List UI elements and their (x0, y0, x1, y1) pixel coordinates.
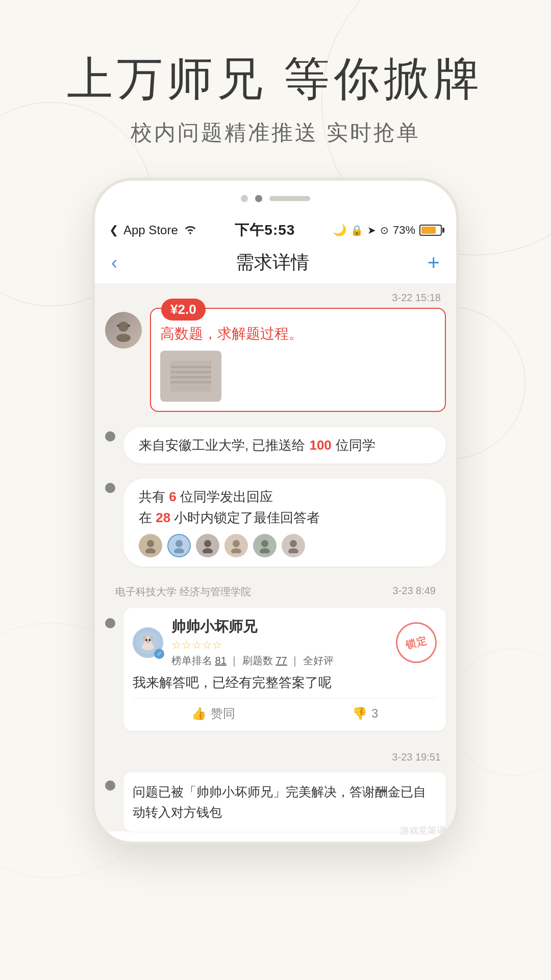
respondent-avatar-5 (253, 534, 277, 557)
respondent-avatar-6 (282, 534, 305, 557)
svg-rect-7 (170, 376, 211, 378)
respondent-avatars (139, 534, 305, 557)
hero-section: 上万师兄 等你掀牌 校内问题精准推送 实时抢单 (0, 0, 551, 147)
back-button[interactable]: ‹ (111, 252, 117, 274)
rank-label: 榜单排名 (171, 655, 212, 666)
final-message-text: 问题已被「帅帅小坏师兄」完美解决，答谢酬金已自动转入对方钱包 (133, 785, 426, 819)
respondent-avatar-1 (139, 534, 162, 557)
svg-point-3 (116, 334, 131, 342)
svg-point-11 (176, 540, 183, 547)
info-pill-2: 共有 6 位同学发出回应 在 28 小时内锁定了最佳回答者 (123, 479, 446, 567)
responder-info: 帅帅小坏师兄 ☆☆☆☆☆ 榜单排名 81 ｜ 刷题数 77 ｜ (171, 617, 388, 668)
timeline-dot-1 (105, 431, 115, 442)
wifi-icon (183, 223, 197, 237)
response-actions: 👍 赞同 👎 3 (133, 698, 437, 722)
review-label: 全好评 (303, 655, 334, 666)
svg-point-19 (290, 540, 297, 547)
pagination-bar (269, 196, 310, 201)
info-text-2c: 在 (139, 510, 152, 525)
lock-stamp-label: 锁定 (404, 633, 429, 652)
svg-point-14 (203, 548, 213, 553)
page-title: 需求详情 (236, 250, 309, 275)
svg-point-20 (288, 548, 298, 553)
content-area: 3-22 15:18 (95, 284, 456, 831)
question-timestamp: 3-22 15:18 (105, 284, 446, 308)
response-section: ♂ 帅帅小坏师兄 ☆☆☆☆☆ 榜单排名 81 ｜ 刷题数 (105, 603, 446, 736)
quiz-label: 刷题数 (242, 655, 273, 666)
watermark: 游戏党策谱 (400, 824, 446, 837)
battery-fill (421, 227, 436, 234)
svg-rect-5 (170, 366, 211, 368)
info-highlight-28: 28 (156, 510, 170, 525)
info-pill-1: 来自安徽工业大学, 已推送给 100 位同学 (123, 427, 446, 463)
timeline-content-1: 来自安徽工业大学, 已推送给 100 位同学 (123, 422, 446, 469)
status-left: ❮ App Store (109, 223, 197, 237)
svg-rect-6 (170, 371, 211, 373)
rank-number: 81 (215, 655, 227, 666)
price-badge: ¥2.0 (161, 299, 206, 321)
response-text: 我来解答吧，已经有完整答案了呢 (133, 673, 437, 693)
svg-point-28 (146, 641, 149, 643)
info-line-1: 共有 6 位同学发出回应 (139, 488, 273, 506)
phone-frame: ❮ App Store 下午5:53 🌙 🔒 ➤ ⊙ 73% (92, 178, 459, 845)
hero-subtitle: 校内问题精准推送 实时抢单 (0, 118, 551, 147)
app-store-label: App Store (123, 223, 178, 237)
info-text-1a: 来自安徽工业大学, 已推送给 (139, 436, 305, 454)
question-section: ¥2.0 高数题，求解题过程。 (105, 308, 446, 412)
svg-rect-8 (170, 381, 211, 383)
response-meta: 电子科技大学 经济与管理学院 3-23 8:49 (105, 577, 446, 603)
response-header: ♂ 帅帅小坏师兄 ☆☆☆☆☆ 榜单排名 81 ｜ 刷题数 (133, 617, 437, 668)
info-text-2a: 共有 (139, 489, 165, 504)
svg-point-13 (204, 540, 211, 547)
moon-icon: 🌙 (333, 224, 346, 237)
responder-name: 帅帅小坏师兄 (171, 617, 388, 636)
svg-point-12 (174, 548, 184, 553)
info-section-1: 来自安徽工业大学, 已推送给 100 位同学 (105, 422, 446, 469)
pagination-dot-2 (255, 195, 262, 202)
final-timestamp: 3-23 19:51 (105, 743, 446, 767)
like-label: 赞同 (211, 705, 235, 722)
respondent-avatar-2 (167, 534, 191, 557)
person-icon (112, 318, 135, 342)
response-card: ♂ 帅帅小坏师兄 ☆☆☆☆☆ 榜单排名 81 ｜ 刷题数 (123, 608, 446, 731)
gender-badge: ♂ (154, 649, 164, 659)
svg-point-16 (231, 548, 241, 553)
battery-icon (419, 225, 442, 236)
svg-point-10 (145, 548, 156, 553)
like-button[interactable]: 👍 赞同 (191, 705, 235, 722)
question-card: ¥2.0 高数题，求解题过程。 (150, 308, 446, 412)
dislike-icon: 👎 (352, 706, 367, 721)
navigation-bar: ‹ 需求详情 + (95, 245, 456, 284)
add-button[interactable]: + (427, 251, 440, 275)
respondent-avatar-3 (196, 534, 219, 557)
svg-point-25 (142, 643, 154, 650)
info-highlight-100: 100 (309, 437, 331, 453)
info-text-1b: 位同学 (336, 436, 375, 454)
camera-icon: ⊙ (380, 224, 389, 236)
stat-separator-2: ｜ (290, 655, 303, 666)
final-message-section: 问题已被「帅帅小坏师兄」完美解决，答谢酬金已自动转入对方钱包 (105, 772, 446, 831)
timeline-dot-3 (105, 618, 115, 628)
pagination-dot-1 (241, 195, 248, 202)
school-info: 电子科技大学 经济与管理学院 (110, 581, 256, 601)
phone-mockup: ❮ App Store 下午5:53 🌙 🔒 ➤ ⊙ 73% (0, 178, 551, 845)
status-right: 🌙 🔒 ➤ ⊙ 73% (333, 224, 442, 237)
quiz-number: 77 (276, 655, 287, 666)
lock-icon: 🔒 (350, 224, 363, 236)
respondent-avatar-4 (224, 534, 248, 557)
pagination-indicator (95, 181, 456, 212)
questioner-avatar (105, 312, 142, 349)
timeline-dot-2 (105, 483, 115, 493)
lock-stamp: 锁定 (391, 618, 441, 668)
question-text: 高数题，求解题过程。 (160, 324, 436, 344)
responder-stars: ☆☆☆☆☆ (171, 639, 388, 652)
svg-point-18 (260, 548, 270, 553)
battery-percent: 73% (393, 224, 415, 237)
info-line-2: 在 28 小时内锁定了最佳回答者 (139, 509, 320, 527)
phone-screen: ❮ App Store 下午5:53 🌙 🔒 ➤ ⊙ 73% (95, 181, 456, 831)
svg-point-27 (148, 639, 151, 641)
svg-point-17 (261, 540, 268, 547)
responder-stats: 榜单排名 81 ｜ 刷题数 77 ｜ 全好评 (171, 654, 388, 668)
back-chevron-icon: ❮ (109, 224, 118, 237)
dislike-button[interactable]: 👎 3 (352, 705, 378, 722)
